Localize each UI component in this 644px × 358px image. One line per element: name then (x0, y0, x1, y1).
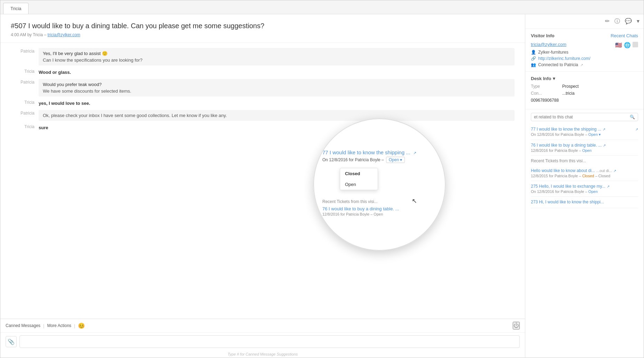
more-actions-button[interactable]: More Actions (47, 323, 71, 328)
website-link[interactable]: http://zilkerinc.furniture.com/ (538, 56, 590, 61)
external-link-icon-276: ↗ (613, 169, 616, 173)
ticket-273-title[interactable]: 273 Hi, I would like to know the shippi.… (531, 200, 638, 204)
external-link-icon-275: ↗ (607, 185, 610, 188)
message-input[interactable] (19, 335, 520, 348)
edit-icon[interactable]: ✏ (605, 18, 610, 25)
ticket-time: 4:00 AM (11, 32, 26, 37)
ticket-275-meta: On 12/8/2016 for Patricia Boyle – Open (531, 189, 638, 194)
power-button[interactable]: ⏻ (513, 322, 520, 329)
ticket-276-title[interactable]: Hello would like to know about di... ...… (531, 168, 638, 173)
ticket-77-title[interactable]: 77 I would like to know the shipping ...… (531, 127, 638, 132)
tab-bar: Tricia (0, 0, 644, 14)
desk-info-label: Desk Info (531, 76, 551, 81)
ticket-76-status: Open (582, 148, 591, 153)
ticket-77-title-text: 77 I would like to know the shipping ... (531, 127, 601, 132)
agent-name-patricia-3: Patricia (11, 110, 39, 121)
search-icon: 🔍 (630, 115, 635, 119)
agent-name-patricia: Patricia (11, 48, 39, 65)
desk-info-chevron-icon: ▾ (553, 76, 555, 81)
messages-area: Patricia Yes, I'll be very glad to assis… (0, 43, 525, 319)
ticket-275-title-text: 275 Hello, I would like to exchange my..… (531, 184, 605, 189)
visitor-email[interactable]: tricia@zylker.com (531, 42, 566, 47)
ticket-275-title[interactable]: 275 Hello, I would like to exchange my..… (531, 184, 638, 189)
tab-tricia[interactable]: Tricia (3, 3, 29, 14)
desk-info-section: Desk Info ▾ Type Prospect Con... ...tric… (525, 72, 644, 109)
tickets-section: 🔍 77 I would like to know the shipping .… (525, 109, 644, 212)
message-text: Wood or glass. (39, 70, 71, 75)
ticket-item-276: Hello would like to know about di... ...… (531, 165, 638, 181)
info-icon[interactable]: ⓘ (614, 18, 620, 25)
visitor-info-tab[interactable]: Visitor Info (531, 33, 555, 38)
agent-name-patricia-2: Patricia (11, 79, 39, 96)
ticket-item-76: 76 I would like to buy a dining table. .… (531, 140, 638, 156)
ticket-subject: I would like to buy a dining table. Can … (28, 22, 264, 30)
external-link-icon: ↗ (580, 63, 583, 67)
ticket-76-title-text: 76 I would like to buy a dining table. .… (531, 143, 602, 148)
edit-icon-77: ↗ (635, 127, 638, 131)
emoji-button[interactable]: 😊 (78, 322, 85, 329)
tickets-search-input[interactable] (534, 115, 628, 119)
status-dropdown-77[interactable]: Open ▾ (588, 132, 601, 137)
globe-icon: 🌐 (624, 42, 631, 48)
desk-info-header[interactable]: Desk Info ▾ (531, 76, 638, 81)
link-icon: 🔗 (531, 56, 536, 61)
ticket-by: by Tricia – (27, 32, 47, 37)
contact-value: ...tricia (562, 91, 574, 96)
flag-us-icon: 🇺🇸 (615, 42, 622, 48)
toolbar-row: ✏ ⓘ 💬 ▾ (525, 14, 644, 29)
separator-2: | (74, 323, 75, 328)
canned-messages-button[interactable]: Canned Messages (6, 323, 40, 328)
ticket-number: #507 (11, 22, 26, 30)
chat-area: #507 I would like to buy a dining table.… (0, 14, 525, 358)
ticket-273-title-text: 273 Hi, I would like to know the shippi.… (531, 200, 604, 204)
visitor-name-tricia: Tricia (11, 68, 39, 76)
ticket-item-77: 77 I would like to know the shipping ...… (531, 124, 638, 140)
message-text: Can I know the specifications you are lo… (43, 57, 510, 63)
hint-text: Type # for Canned Message Suggestions (0, 351, 525, 358)
visitor-info-section: Visitor Info Recent Chats tricia@zylker.… (525, 29, 644, 72)
ticket-77-meta: On 12/8/2016 for Patricia Boyle – Open ▾ (531, 132, 638, 137)
message-text: yes, I would love to see. (39, 101, 90, 106)
visitor-name-tricia-3: Tricia (11, 124, 39, 132)
panel-tabs: Visitor Info Recent Chats (531, 33, 638, 38)
type-value: Prospect (562, 84, 579, 89)
ticket-header: #507 I would like to buy a dining table.… (0, 14, 525, 43)
ticket-item-273: 273 Hi, I would like to know the shippi.… (531, 197, 638, 208)
message-text: Yes, I'll be very glad to assist 🙂 (43, 51, 510, 56)
message-text: Ok, please check your inbox I have sent … (43, 113, 510, 118)
ticket-276-status: Closed (582, 174, 594, 178)
external-link-icon-76: ↗ (603, 143, 606, 147)
bottom-bar: Canned Messages | More Actions | 😊 ⏻ 📎 T… (0, 319, 525, 358)
ticket-276-title-text: Hello would like to know about di... (531, 168, 595, 173)
ticket-meta: 4:00 AM by Tricia – tricia@zylker.com (11, 32, 515, 37)
visitor-name-tricia-2: Tricia (11, 99, 39, 107)
type-label: Type (531, 84, 562, 89)
external-link-icon-77: ↗ (603, 127, 605, 131)
separator-1: | (43, 323, 44, 328)
right-panel: ✏ ⓘ 💬 ▾ Visitor Info Recent Chats tricia… (525, 14, 644, 358)
recent-tickets-label: Recent Tickets from this visi... (531, 158, 638, 163)
chevron-down-icon[interactable]: ▾ (637, 18, 639, 25)
ticket-276-meta: 12/8/2015 for Patricia Boyle – Closed – … (531, 174, 638, 178)
phone-value: 009678906788 (531, 98, 559, 103)
recent-chats-tab[interactable]: Recent Chats (611, 33, 638, 38)
ticket-76-title[interactable]: 76 I would like to buy a dining table. .… (531, 143, 638, 148)
message-text: sure (39, 125, 48, 130)
chat-icon[interactable]: 💬 (625, 18, 632, 25)
company-icon: 👤 (531, 50, 536, 55)
ticket-title: #507 I would like to buy a dining table.… (11, 21, 307, 30)
square-icon (633, 42, 638, 47)
company-name: Zylker-furnitures (538, 50, 568, 55)
tickets-search: 🔍 (531, 113, 638, 121)
agent-icon: 👥 (531, 62, 536, 67)
ticket-item-275: 275 Hello, I would like to exchange my..… (531, 181, 638, 197)
message-text: Would you prefer teak wood? (43, 82, 510, 87)
ticket-email[interactable]: tricia@zylker.com (47, 32, 80, 37)
ticket-275-status: Open (588, 189, 598, 194)
connected-to: Connected to Patricia (538, 62, 578, 67)
ticket-76-meta: 12/8/2016 for Patricia Boyle – Open (531, 148, 638, 153)
message-text: We have some discounts for selected item… (43, 88, 510, 94)
contact-label: Con... (531, 91, 562, 96)
attach-button[interactable]: 📎 (6, 336, 17, 347)
